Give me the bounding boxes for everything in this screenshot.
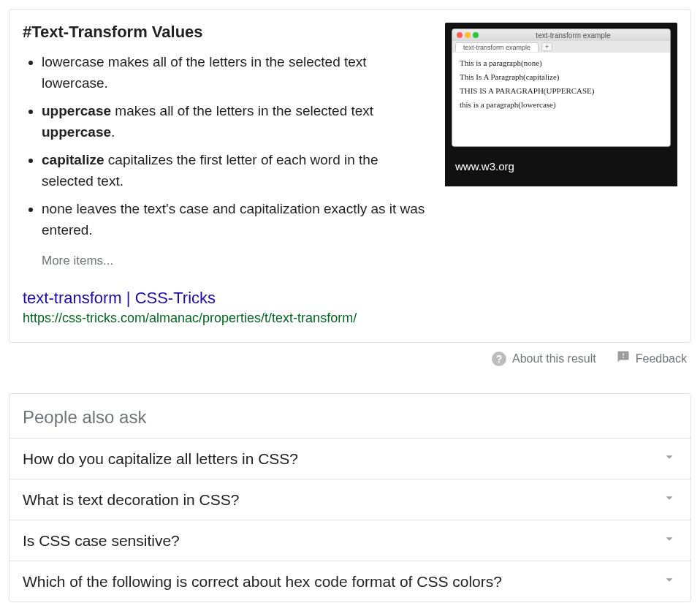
feedback-action[interactable]: Feedback (617, 350, 687, 367)
snippet-list-item: uppercase makes all of the letters in th… (42, 101, 432, 143)
feedback-label: Feedback (636, 352, 687, 365)
snippet-list-item: none leaves the text's case and capitali… (42, 199, 432, 240)
snippet-list-item: capitalize capitalizes the first letter … (42, 150, 432, 191)
paa-list: How do you capitalize all letters in CSS… (9, 438, 691, 602)
about-result-action[interactable]: ? About this result (492, 352, 596, 366)
chevron-down-icon (661, 572, 677, 591)
snippet-actions-row: ? About this result Feedback (9, 343, 691, 367)
mock-plus-icon: + (541, 42, 552, 51)
mock-titlebar: text-transform example (452, 29, 670, 41)
mock-tab: text-transform example (455, 42, 539, 52)
chevron-down-icon (661, 531, 677, 550)
snippet-layout: #Text-Transform Values lowercase makes a… (23, 23, 677, 268)
paa-question-text: How do you capitalize all letters in CSS… (23, 450, 298, 468)
mock-body: This is a paragraph(none)This Is A Parag… (452, 53, 670, 146)
snippet-heading: #Text-Transform Values (23, 23, 432, 42)
paa-question[interactable]: Is CSS case sensitive? (9, 520, 691, 561)
mock-tabs: text-transform example + (452, 41, 670, 53)
snippet-thumbnail[interactable]: text-transform example text-transform ex… (445, 23, 677, 186)
more-items-link[interactable]: More items... (42, 254, 432, 268)
snippet-list-item: lowercase makes all of the letters in th… (42, 52, 432, 94)
mock-body-line: This is a paragraph(none) (460, 58, 663, 67)
traffic-green-icon (473, 32, 479, 38)
mock-body-line: this is a paragraph(lowercase) (460, 100, 663, 109)
paa-question-text: What is text decoration in CSS? (23, 491, 239, 509)
paa-question-text: Is CSS case sensitive? (23, 532, 180, 550)
mock-browser: text-transform example text-transform ex… (452, 29, 671, 147)
snippet-list: lowercase makes all of the letters in th… (23, 52, 432, 240)
thumbnail-caption: www.w3.org (445, 153, 677, 186)
featured-snippet-card: #Text-Transform Values lowercase makes a… (9, 9, 691, 343)
help-icon: ? (492, 352, 506, 366)
source-url: https://css-tricks.com/almanac/propertie… (23, 311, 677, 326)
paa-question-text: Which of the following is correct about … (23, 573, 502, 591)
chevron-down-icon (661, 449, 677, 469)
source-title-link[interactable]: text-transform | CSS-Tricks (23, 289, 677, 308)
paa-question[interactable]: How do you capitalize all letters in CSS… (9, 438, 691, 479)
paa-question[interactable]: Which of the following is correct about … (9, 561, 691, 602)
paa-question[interactable]: What is text decoration in CSS? (9, 479, 691, 520)
flag-icon (617, 350, 630, 367)
paa-title: People also ask (9, 394, 691, 438)
mock-window-title: text-transform example (536, 31, 610, 39)
traffic-yellow-icon (465, 32, 471, 38)
about-result-label: About this result (512, 352, 596, 365)
people-also-ask-card: People also ask How do you capitalize al… (9, 393, 691, 602)
snippet-content: #Text-Transform Values lowercase makes a… (23, 23, 432, 268)
mock-body-line: This Is A Paragraph(capitalize) (460, 72, 663, 81)
chevron-down-icon (661, 490, 677, 509)
traffic-red-icon (457, 32, 463, 38)
mock-body-line: THIS IS A PARAGRAPH(UPPERCASE) (460, 86, 663, 95)
